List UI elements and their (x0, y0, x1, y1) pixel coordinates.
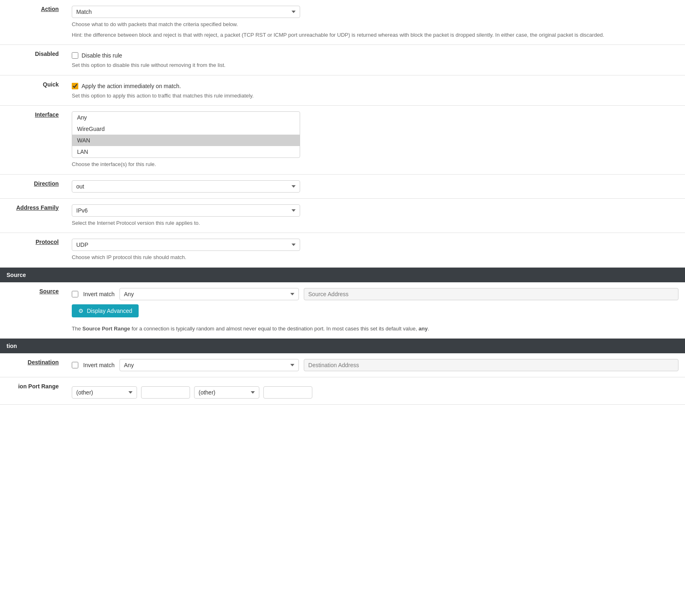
disabled-checkbox[interactable] (72, 52, 78, 59)
source-advanced-button[interactable]: ⚙ Display Advanced (72, 304, 139, 317)
action-content: MatchPassBlockReject Choose what to do w… (65, 0, 685, 45)
address-family-content: IPv4IPv6IPv4+IPv6 Select the Internet Pr… (65, 198, 685, 233)
address-family-label: Address Family (0, 198, 65, 233)
action-row: Action MatchPassBlockReject Choose what … (0, 0, 685, 45)
direction-row: Direction inoutany (0, 174, 685, 198)
destination-port-row: ion Port Range (other)anyHTTPHTTPSDNSSSH… (0, 377, 685, 405)
interface-label: Interface (0, 106, 65, 175)
destination-port-content: (other)anyHTTPHTTPSDNSSSH 50454 (other)a… (65, 377, 685, 405)
action-select[interactable]: MatchPassBlockReject (72, 6, 300, 18)
destination-label: Destination (0, 353, 65, 377)
quick-checkbox-row: Apply the action immediately on match. (72, 83, 678, 89)
source-invert-checkbox[interactable] (72, 291, 78, 297)
source-note-any: any (418, 326, 427, 332)
destination-row: Destination Invert match AnySingle host … (0, 353, 685, 377)
destination-form: Destination Invert match AnySingle host … (0, 353, 685, 405)
address-family-row: Address Family IPv4IPv6IPv4+IPv6 Select … (0, 198, 685, 233)
disabled-content: Disable this rule Set this option to dis… (65, 45, 685, 75)
quick-checkbox[interactable] (72, 83, 78, 89)
source-note-end: . (428, 326, 429, 332)
port-range-row: (other)anyHTTPHTTPSDNSSSH 50454 (other)a… (72, 386, 678, 399)
protocol-row: Protocol anyTCPUDPTCP/UDPICMPESPAHGREIPV… (0, 233, 685, 268)
source-invert-label: Invert match (83, 291, 115, 297)
source-address-input[interactable] (304, 288, 678, 300)
source-form: Source Invert match AnySingle host or Ne… (0, 282, 685, 339)
interface-option-any[interactable]: Any (72, 112, 300, 123)
interface-row: Interface Any WireGuard WAN LAN Choose t… (0, 106, 685, 175)
quick-checkbox-label: Apply the action immediately on match. (82, 83, 181, 89)
action-label: Action (0, 0, 65, 45)
disabled-help: Set this option to disable this rule wit… (72, 61, 678, 69)
address-family-help: Select the Internet Protocol version thi… (72, 219, 678, 227)
action-help2: Hint: the difference between block and r… (72, 31, 678, 39)
action-help1: Choose what to do with packets that matc… (72, 20, 678, 29)
destination-section-bar: tion (0, 339, 685, 353)
destination-port-label: ion Port Range (0, 377, 65, 405)
disabled-label: Disabled (0, 45, 65, 75)
interface-option-wan[interactable]: WAN (72, 135, 300, 146)
direction-content: inoutany (65, 174, 685, 198)
protocol-select[interactable]: anyTCPUDPTCP/UDPICMPESPAHGREIPV6IGMPPIMO… (72, 239, 300, 251)
source-section-bar: Source (0, 268, 685, 282)
quick-content: Apply the action immediately on match. S… (65, 75, 685, 106)
protocol-help: Choose which IP protocol this rule shoul… (72, 253, 678, 261)
quick-row: Quick Apply the action immediately on ma… (0, 75, 685, 106)
disabled-checkbox-label: Disable this rule (82, 52, 122, 59)
destination-inline-row: Invert match AnySingle host or NetworkLA… (72, 359, 678, 371)
interface-listbox[interactable]: Any WireGuard WAN LAN (72, 111, 300, 158)
source-row: Source Invert match AnySingle host or Ne… (0, 282, 685, 339)
destination-invert-checkbox[interactable] (72, 362, 78, 368)
firewall-rule-form: Action MatchPassBlockReject Choose what … (0, 0, 685, 268)
port-to-value-input[interactable]: 50454 (263, 386, 312, 399)
source-note-suffix: for a connection is typically random and… (130, 326, 418, 332)
destination-type-select[interactable]: AnySingle host or NetworkLAN netWAN netW… (119, 359, 299, 371)
port-to-type-select[interactable]: (other)anyHTTPHTTPSDNSSSH (194, 386, 259, 399)
port-from-value-input[interactable]: 50454 (141, 386, 190, 399)
gear-icon: ⚙ (78, 308, 84, 314)
interface-option-lan[interactable]: LAN (72, 146, 300, 157)
destination-address-input[interactable] (304, 359, 678, 371)
address-family-select[interactable]: IPv4IPv6IPv4+IPv6 (72, 204, 300, 217)
source-advanced-wrapper: ⚙ Display Advanced (72, 300, 678, 321)
direction-label: Direction (0, 174, 65, 198)
destination-content: Invert match AnySingle host or NetworkLA… (65, 353, 685, 377)
disabled-row: Disabled Disable this rule Set this opti… (0, 45, 685, 75)
direction-select[interactable]: inoutany (72, 180, 300, 193)
protocol-content: anyTCPUDPTCP/UDPICMPESPAHGREIPV6IGMPPIMO… (65, 233, 685, 268)
port-from-type-select[interactable]: (other)anyHTTPHTTPSDNSSSH (72, 386, 137, 399)
quick-help: Set this option to apply this action to … (72, 92, 678, 100)
destination-invert-label: Invert match (83, 362, 115, 368)
source-advanced-label: Display Advanced (87, 308, 132, 314)
interface-option-wireguard[interactable]: WireGuard (72, 123, 300, 135)
source-inline-row: Invert match AnySingle host or NetworkLA… (72, 288, 678, 300)
quick-label: Quick (0, 75, 65, 106)
source-section-label: Source (7, 272, 26, 278)
source-label: Source (0, 282, 65, 339)
source-note-prefix: The (72, 326, 82, 332)
interface-content: Any WireGuard WAN LAN Choose the interfa… (65, 106, 685, 175)
interface-help: Choose the interface(s) for this rule. (72, 160, 678, 168)
source-content: Invert match AnySingle host or NetworkLA… (65, 282, 685, 339)
source-note: The Source Port Range for a connection i… (72, 325, 678, 333)
destination-section-label: tion (7, 343, 17, 349)
source-type-select[interactable]: AnySingle host or NetworkLAN netWAN netW… (119, 288, 299, 300)
source-note-bold: Source Port Range (82, 326, 130, 332)
protocol-label: Protocol (0, 233, 65, 268)
disabled-checkbox-row: Disable this rule (72, 52, 678, 59)
